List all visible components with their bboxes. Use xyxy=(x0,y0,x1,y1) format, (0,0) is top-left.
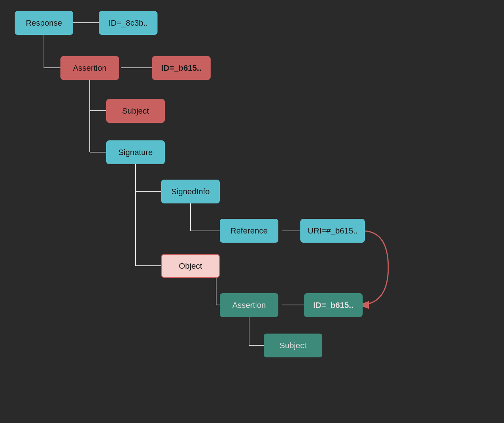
signedinfo-node[interactable]: SignedInfo xyxy=(161,180,220,203)
reference-uri-node[interactable]: URI=#_b615.. xyxy=(300,219,365,243)
assertion2-id-node[interactable]: ID=_b615.. xyxy=(304,293,363,317)
reference-node[interactable]: Reference xyxy=(220,219,278,243)
subject1-node[interactable]: Subject xyxy=(106,99,165,123)
response-node[interactable]: Response xyxy=(15,11,73,35)
assertion1-node[interactable]: Assertion xyxy=(60,56,119,80)
assertion1-id-node[interactable]: ID=_b615.. xyxy=(152,56,211,80)
object-node[interactable]: Object xyxy=(161,254,220,278)
subject2-node[interactable]: Subject xyxy=(264,334,322,357)
signature-node[interactable]: Signature xyxy=(106,140,165,164)
response-id-node[interactable]: ID=_8c3b.. xyxy=(99,11,158,35)
assertion2-node[interactable]: Assertion xyxy=(220,293,278,317)
